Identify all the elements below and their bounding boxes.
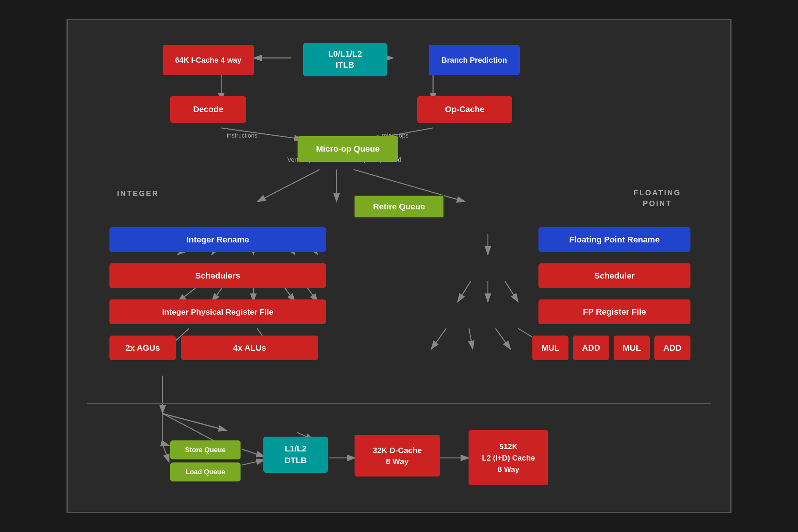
agu-box: 2x AGUs — [109, 336, 176, 360]
load-queue-box: Load Queue — [170, 462, 241, 481]
branch-container: Branch Prediction — [429, 45, 520, 75]
fp-mul2-box: MUL — [614, 336, 650, 360]
bottom-to-store — [162, 443, 169, 445]
fp-add1-box: ADD — [573, 336, 609, 360]
schedulers-container: Schedulers — [109, 263, 326, 288]
integer-rename-box: Integer Rename — [109, 227, 326, 252]
bottom-section: Store Queue Load Queue — [87, 404, 711, 504]
retire-queue-container: Retire Queue — [353, 195, 445, 218]
dcache-label: 32K D-Cache8 Way — [373, 445, 422, 467]
dtlb-label: L1/L2DTLB — [285, 443, 307, 467]
l2cache-label: 512KL2 (I+D) Cache8 Way — [482, 441, 535, 475]
dtlb-container: L1/L2DTLB — [263, 437, 328, 473]
fp-add2-box: ADD — [654, 336, 690, 360]
microop-box: Micro-op Queue — [298, 136, 398, 162]
queue-column: Store Queue Load Queue — [170, 440, 241, 481]
itlb-container: L0/L1/L2ITLB — [303, 43, 387, 76]
alu-box: 4x ALUs — [181, 336, 318, 360]
l2cache-box: 512KL2 (I+D) Cache8 Way — [469, 430, 548, 485]
int-exec-row: 2x AGUs 4x ALUs — [109, 336, 318, 360]
fp-rename-box: Floating Point Rename — [538, 227, 690, 252]
opcache-box: Op-Cache — [417, 96, 512, 123]
fp-regfile-box: FP Register File — [538, 299, 690, 324]
retire-queue-box: Retire Queue — [353, 195, 445, 218]
decode-box: Decode — [170, 96, 246, 123]
icache-container: 64K I-Cache 4 way — [163, 45, 254, 75]
itlb-label: L0/L1/L2ITLB — [328, 49, 362, 70]
fp-label: FLOATINGPOINT — [633, 187, 681, 209]
microop-container: Micro-op Queue — [298, 136, 398, 162]
fp-scheduler-box: Scheduler — [538, 263, 690, 288]
fp-exec-row: MUL ADD MUL ADD — [532, 336, 690, 360]
store-queue-box: Store Queue — [170, 440, 241, 459]
schedulers-box: Schedulers — [109, 263, 326, 288]
decode-container: Decode — [170, 96, 246, 123]
integer-label: INTEGER — [117, 189, 159, 198]
middle-section: INTEGER FLOATINGPOINT Retire Queue Integ… — [87, 184, 711, 404]
dcache-container: 32K D-Cache8 Way — [355, 435, 440, 477]
branch-box: Branch Prediction — [429, 45, 520, 75]
bottom-store-dtlb — [242, 449, 265, 457]
dtlb-box: L1/L2DTLB — [263, 437, 328, 473]
opcache-container: Op-Cache — [417, 96, 512, 123]
int-regfile-box: Integer Physical Register File — [109, 299, 326, 324]
bottom-to-load — [162, 443, 169, 462]
int-regfile-container: Integer Physical Register File — [109, 299, 326, 324]
fp-regfile-container: FP Register File — [538, 299, 690, 324]
bottom-load-dtlb — [242, 460, 265, 465]
l2cache-container: 512KL2 (I+D) Cache8 Way — [469, 430, 548, 485]
fp-rename-container: Floating Point Rename — [538, 227, 690, 252]
top-section: 64K I-Cache 4 way L0/L1/L2ITLB Branch Pr… — [87, 32, 711, 184]
fp-scheduler-container: Scheduler — [538, 263, 690, 288]
dcache-box: 32K D-Cache8 Way — [355, 435, 440, 477]
diagram-container: instructions micro-ops Vertically Thread… — [66, 19, 732, 513]
fp-mul1-box: MUL — [532, 336, 568, 360]
itlb-box: L0/L1/L2ITLB — [303, 43, 387, 76]
int-rename-container: Integer Rename — [109, 227, 326, 252]
icache-box: 64K I-Cache 4 way — [163, 45, 254, 75]
